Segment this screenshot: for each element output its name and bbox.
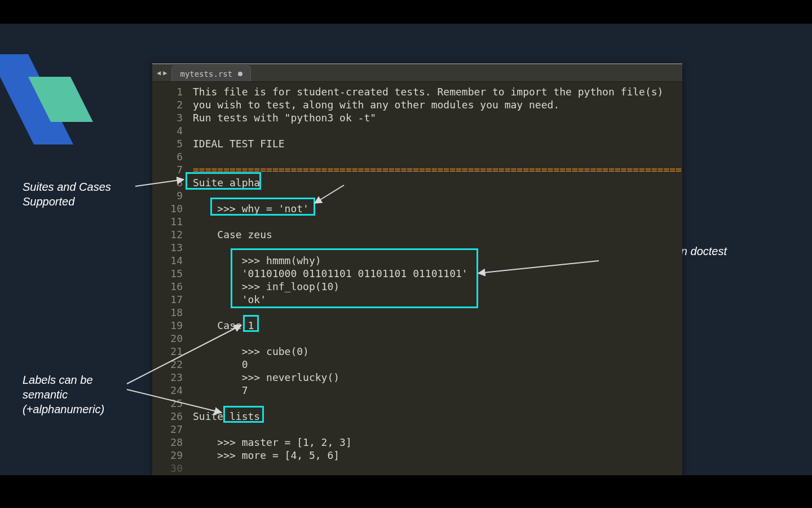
code-line: '01101000 01101101 01101101 01101101' bbox=[193, 267, 682, 280]
line-number: 5 bbox=[152, 137, 183, 150]
code-line bbox=[193, 124, 682, 137]
code-line bbox=[193, 397, 682, 410]
line-number: 21 bbox=[152, 345, 183, 358]
line-number: 20 bbox=[152, 332, 183, 345]
line-number: 4 bbox=[152, 124, 183, 137]
annotation-labels: Labels can be semantic (+alphanumeric) bbox=[23, 373, 135, 417]
line-number: 29 bbox=[152, 449, 183, 462]
slide-background: Suites and Cases Supported Shared area -… bbox=[0, 0, 812, 508]
line-number: 6 bbox=[152, 150, 183, 163]
code-line bbox=[193, 241, 682, 254]
svg-marker-0 bbox=[0, 54, 73, 144]
code-line: Suite lists bbox=[193, 410, 682, 423]
line-number: 17 bbox=[152, 293, 183, 306]
line-number: 19 bbox=[152, 319, 183, 332]
line-number: 2 bbox=[152, 98, 183, 111]
code-line bbox=[193, 189, 682, 202]
code-line: 7 bbox=[193, 384, 682, 397]
code-line: This file is for student-created tests. … bbox=[193, 85, 682, 98]
annotation-suites-cases: Suites and Cases Supported bbox=[23, 179, 141, 209]
line-number: 14 bbox=[152, 254, 183, 267]
tab-bar: ◀ ▶ mytests.rst bbox=[152, 64, 682, 82]
svg-marker-1 bbox=[28, 77, 93, 122]
line-number: 9 bbox=[152, 189, 183, 202]
line-number: 26 bbox=[152, 410, 183, 423]
code-line: 0 bbox=[193, 358, 682, 371]
code-content[interactable]: This file is for student-created tests. … bbox=[188, 82, 682, 488]
code-line: Run tests with "python3 ok -t" bbox=[193, 111, 682, 124]
line-number: 25 bbox=[152, 397, 183, 410]
nav-back-icon[interactable]: ◀ bbox=[157, 69, 161, 77]
code-line bbox=[193, 215, 682, 228]
code-line: >>> why = 'not' bbox=[193, 202, 682, 215]
nav-arrows[interactable]: ◀ ▶ bbox=[152, 64, 171, 81]
code-area[interactable]: 1234567891011121314151617181920212223242… bbox=[152, 82, 682, 488]
code-line: IDEAL TEST FILE bbox=[193, 137, 682, 150]
line-number: 11 bbox=[152, 215, 183, 228]
code-line: you wish to test, along with any other m… bbox=[193, 98, 682, 111]
code-line: Case 1 bbox=[193, 319, 682, 332]
line-number: 15 bbox=[152, 267, 183, 280]
line-number: 13 bbox=[152, 241, 183, 254]
line-number: 27 bbox=[152, 423, 183, 436]
line-number: 16 bbox=[152, 280, 183, 293]
code-line: >>> hmmm(why) bbox=[193, 254, 682, 267]
line-number: 24 bbox=[152, 384, 183, 397]
line-number: 8 bbox=[152, 176, 183, 189]
code-line: >>> cube(0) bbox=[193, 345, 682, 358]
line-number-gutter: 1234567891011121314151617181920212223242… bbox=[152, 82, 188, 488]
logo-icon bbox=[0, 54, 102, 167]
nav-forward-icon[interactable]: ▶ bbox=[163, 69, 167, 77]
editor-window: ◀ ▶ mytests.rst 123456789101112131415161… bbox=[152, 63, 682, 488]
code-line bbox=[193, 423, 682, 436]
line-number: 3 bbox=[152, 111, 183, 124]
code-line: ========================================… bbox=[193, 163, 682, 176]
line-number: 18 bbox=[152, 306, 183, 319]
line-number: 23 bbox=[152, 371, 183, 384]
tab-modified-dot-icon bbox=[238, 72, 242, 76]
code-line bbox=[193, 332, 682, 345]
line-number: 7 bbox=[152, 163, 183, 176]
code-line: Case zeus bbox=[193, 228, 682, 241]
code-line: >>> master = [1, 2, 3] bbox=[193, 436, 682, 449]
code-line: >>> neverlucky() bbox=[193, 371, 682, 384]
file-tab-label: mytests.rst bbox=[180, 69, 232, 78]
code-line: 'ok' bbox=[193, 293, 682, 306]
code-line bbox=[193, 150, 682, 163]
code-line: >>> inf_loop(10) bbox=[193, 280, 682, 293]
line-number: 22 bbox=[152, 358, 183, 371]
code-line bbox=[193, 306, 682, 319]
line-number: 10 bbox=[152, 202, 183, 215]
code-line: Suite alpha bbox=[193, 176, 682, 189]
file-tab[interactable]: mytests.rst bbox=[171, 65, 251, 81]
line-number: 1 bbox=[152, 85, 183, 98]
code-line: >>> more = [4, 5, 6] bbox=[193, 449, 682, 462]
line-number: 12 bbox=[152, 228, 183, 241]
line-number: 28 bbox=[152, 436, 183, 449]
